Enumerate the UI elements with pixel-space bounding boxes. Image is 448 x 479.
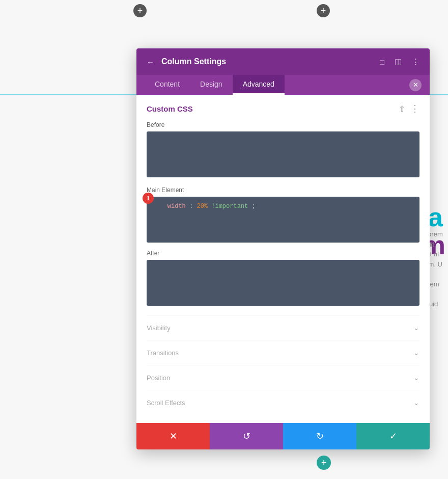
- plus-circle-left[interactable]: +: [133, 4, 147, 17]
- code-line-1: width : 20% !important ;: [153, 202, 413, 211]
- redo-button[interactable]: ↻: [283, 423, 356, 449]
- scroll-effects-label: Scroll Effects: [147, 399, 185, 407]
- main-element-field-group: Main Element 1 width : 20% !important ;: [147, 187, 419, 243]
- custom-css-title: Custom CSS: [147, 104, 193, 113]
- modal-title: Column Settings: [161, 57, 226, 66]
- transitions-label: Transitions: [147, 349, 179, 357]
- column-settings-modal: ← Column Settings □ ◫ ⋮ Content Design A…: [136, 48, 430, 449]
- custom-css-section-header: Custom CSS ⇧ ⋮: [147, 103, 419, 114]
- transitions-chevron-icon: ⌄: [413, 349, 419, 357]
- cancel-button[interactable]: ✕: [136, 423, 210, 449]
- decorative-letter-a: a: [428, 204, 443, 230]
- save-icon: ✓: [389, 431, 397, 442]
- collapse-section-button[interactable]: ⇧: [399, 104, 405, 114]
- position-label: Position: [147, 374, 170, 382]
- before-label: Before: [147, 121, 419, 128]
- modal-body: Custom CSS ⇧ ⋮ Before Main Element 1: [136, 95, 430, 423]
- line-number-badge: 1: [143, 193, 154, 204]
- tab-design[interactable]: Design: [190, 75, 233, 95]
- css-property: width: [167, 203, 186, 210]
- main-element-label: Main Element: [147, 187, 419, 194]
- back-button[interactable]: ←: [145, 56, 156, 68]
- save-button[interactable]: ✓: [356, 423, 430, 449]
- columns-button[interactable]: ◫: [393, 55, 404, 68]
- more-options-button[interactable]: ⋮: [410, 55, 422, 68]
- undo-button[interactable]: ↺: [210, 423, 283, 449]
- after-label: After: [147, 250, 419, 257]
- modal-footer: ✕ ↺ ↻ ✓: [136, 423, 430, 449]
- scroll-effects-chevron-icon: ⌄: [413, 398, 419, 407]
- css-colon: :: [189, 203, 197, 210]
- position-chevron-icon: ⌄: [413, 374, 419, 382]
- css-important: !important: [211, 203, 248, 210]
- modal-header: ← Column Settings □ ◫ ⋮: [136, 48, 430, 75]
- add-element-bottom[interactable]: +: [317, 456, 331, 470]
- css-semicolon: ;: [251, 203, 255, 210]
- css-value: 20%: [197, 203, 208, 210]
- undo-icon: ↺: [243, 431, 250, 442]
- scroll-effects-section[interactable]: Scroll Effects ⌄: [147, 390, 419, 415]
- tab-advanced[interactable]: Advanced: [233, 75, 285, 95]
- tab-close-area: ✕: [409, 75, 422, 95]
- position-section[interactable]: Position ⌄: [147, 365, 419, 390]
- before-css-input[interactable]: [147, 131, 419, 177]
- section-more-button[interactable]: ⋮: [410, 103, 419, 114]
- after-field-group: After: [147, 250, 419, 315]
- visibility-chevron-icon: ⌄: [413, 324, 419, 332]
- add-section-left[interactable]: +: [133, 4, 147, 17]
- fullscreen-button[interactable]: □: [378, 56, 386, 68]
- visibility-section[interactable]: Visibility ⌄: [147, 315, 419, 340]
- header-right: □ ◫ ⋮: [378, 55, 422, 68]
- close-modal-button[interactable]: ✕: [409, 79, 422, 91]
- main-element-container: 1 width : 20% !important ;: [147, 197, 419, 243]
- section-header-controls: ⇧ ⋮: [399, 103, 419, 114]
- code-indent: [153, 203, 164, 210]
- add-section-right[interactable]: +: [317, 4, 330, 17]
- before-field-group: Before: [147, 121, 419, 187]
- redo-icon: ↻: [316, 431, 324, 442]
- tab-content[interactable]: Content: [145, 75, 190, 95]
- after-css-input[interactable]: [147, 260, 419, 306]
- plus-circle-right[interactable]: +: [317, 4, 330, 17]
- transitions-section[interactable]: Transitions ⌄: [147, 340, 419, 365]
- header-left: ← Column Settings: [145, 56, 226, 68]
- visibility-label: Visibility: [147, 324, 171, 332]
- main-element-css-display[interactable]: width : 20% !important ;: [147, 197, 419, 243]
- tab-bar: Content Design Advanced ✕: [136, 75, 430, 95]
- cancel-icon: ✕: [170, 431, 177, 442]
